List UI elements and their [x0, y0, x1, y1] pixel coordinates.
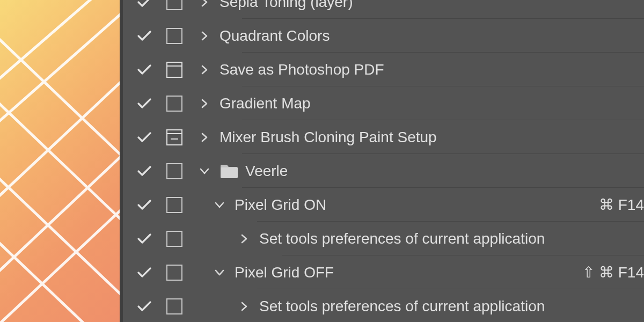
enable-checkbox[interactable] [129, 0, 159, 8]
dialog-toggle[interactable] [159, 197, 189, 213]
disclosure-toggle[interactable] [229, 302, 259, 311]
dialog-off-icon [166, 96, 182, 112]
action-row[interactable]: Sepia Toning (layer) [120, 0, 644, 19]
disclosure-toggle[interactable] [189, 166, 219, 176]
action-label: Sepia Toning (layer) [219, 0, 644, 11]
action-row[interactable]: Pixel Grid ON ⌘ F14 [120, 188, 644, 222]
action-label: Pixel Grid ON [235, 196, 599, 214]
dialog-partial-icon [166, 129, 182, 145]
document-canvas-preview [0, 0, 120, 322]
chevron-down-icon [215, 200, 224, 210]
svg-line-6 [0, 43, 120, 258]
dialog-toggle[interactable] [159, 298, 189, 314]
chevron-down-icon [200, 166, 209, 176]
disclosure-toggle[interactable] [204, 200, 235, 210]
action-set-row[interactable]: Veerle [120, 154, 644, 188]
dialog-off-icon [166, 197, 182, 213]
folder-icon [219, 163, 239, 179]
disclosure-toggle[interactable] [189, 99, 219, 108]
dialog-off-icon [166, 28, 182, 44]
check-icon [137, 64, 152, 76]
dialog-toggle[interactable] [159, 129, 189, 145]
disclosure-toggle[interactable] [204, 268, 235, 277]
enable-checkbox[interactable] [129, 131, 159, 143]
check-icon [137, 165, 152, 177]
actions-panel: Sepia Toning (layer) Quadrant Colors Sav… [120, 0, 644, 322]
check-icon [137, 30, 152, 42]
dialog-toggle[interactable] [159, 231, 189, 247]
dialog-toggle[interactable] [159, 163, 189, 179]
action-label: Gradient Map [219, 95, 644, 112]
dialog-off-icon [166, 298, 182, 314]
action-set-label: Veerle [245, 163, 644, 180]
chevron-down-icon [215, 268, 224, 277]
action-row[interactable]: Gradient Map [120, 86, 644, 120]
chevron-right-icon [200, 65, 209, 75]
action-row[interactable]: Save as Photoshop PDF [120, 53, 644, 86]
disclosure-toggle[interactable] [189, 0, 219, 7]
chevron-right-icon [200, 31, 209, 41]
check-icon [137, 0, 152, 8]
dialog-toggle[interactable] [159, 265, 189, 281]
action-row[interactable]: Quadrant Colors [120, 19, 644, 53]
dialog-off-icon [166, 231, 182, 247]
chevron-right-icon [239, 302, 249, 311]
enable-checkbox[interactable] [129, 199, 159, 211]
chevron-right-icon [200, 133, 209, 142]
check-icon [137, 301, 152, 312]
action-step-label: Set tools preferences of current applica… [259, 230, 644, 247]
check-icon [137, 267, 152, 279]
enable-checkbox[interactable] [129, 165, 159, 177]
enable-checkbox[interactable] [129, 267, 159, 279]
enable-checkbox[interactable] [129, 64, 159, 76]
dialog-toggle[interactable] [159, 28, 189, 44]
svg-line-7 [0, 118, 120, 322]
chevron-right-icon [200, 0, 209, 7]
svg-line-1 [0, 0, 120, 140]
check-icon [137, 233, 152, 245]
action-step-row[interactable]: Set tools preferences of current applica… [120, 222, 644, 255]
action-row[interactable]: Mixer Brush Cloning Paint Setup [120, 120, 644, 154]
enable-checkbox[interactable] [129, 233, 159, 245]
svg-line-5 [0, 0, 120, 193]
action-label: Mixer Brush Cloning Paint Setup [219, 129, 644, 146]
dialog-toggle[interactable] [159, 0, 189, 10]
disclosure-toggle[interactable] [229, 234, 259, 244]
disclosure-toggle[interactable] [189, 133, 219, 142]
check-icon [137, 98, 152, 109]
action-shortcut: ⌘ F14 [599, 196, 644, 214]
action-label: Pixel Grid OFF [235, 264, 582, 281]
dialog-on-icon [166, 62, 182, 78]
action-label: Save as Photoshop PDF [219, 61, 644, 78]
artwork-lines [0, 0, 120, 322]
enable-checkbox[interactable] [129, 301, 159, 312]
dialog-off-icon [166, 163, 182, 179]
check-icon [137, 199, 152, 211]
svg-line-0 [0, 0, 120, 97]
chevron-right-icon [200, 99, 209, 108]
dialog-toggle[interactable] [159, 62, 189, 78]
action-label: Quadrant Colors [219, 27, 644, 45]
action-step-label: Set tools preferences of current applica… [259, 298, 644, 315]
chevron-right-icon [239, 234, 249, 244]
folder-icon-cell [219, 163, 245, 179]
action-row[interactable]: Pixel Grid OFF ⇧ ⌘ F14 [120, 255, 644, 289]
disclosure-toggle[interactable] [189, 65, 219, 75]
action-shortcut: ⇧ ⌘ F14 [582, 264, 644, 281]
dialog-off-icon [166, 0, 182, 10]
dialog-toggle[interactable] [159, 96, 189, 112]
dialog-off-icon [166, 265, 182, 281]
enable-checkbox[interactable] [129, 30, 159, 42]
enable-checkbox[interactable] [129, 98, 159, 109]
disclosure-toggle[interactable] [189, 31, 219, 41]
action-step-row[interactable]: Set tools preferences of current applica… [120, 289, 644, 322]
check-icon [137, 131, 152, 143]
